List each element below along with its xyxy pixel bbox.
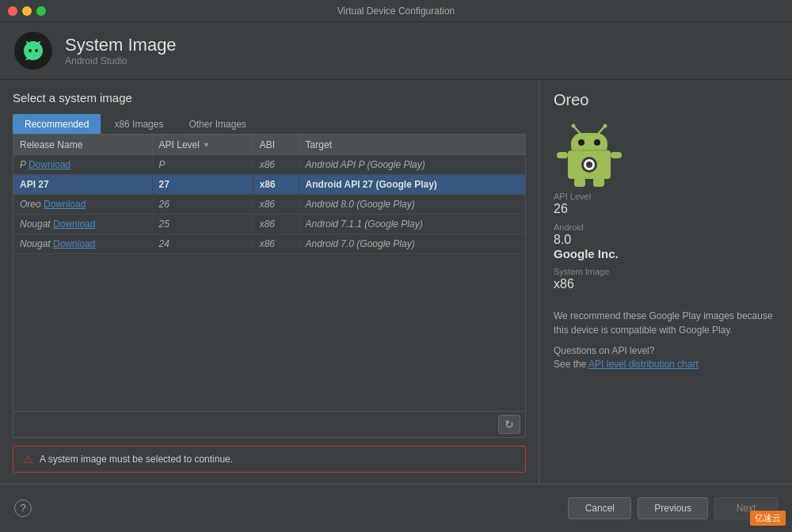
cell-abi: x86 bbox=[253, 215, 299, 234]
col-abi: ABI bbox=[253, 135, 299, 155]
col-api-level[interactable]: API Level ▼ bbox=[152, 135, 253, 155]
download-link[interactable]: Download bbox=[53, 218, 95, 230]
system-image-label: System Image bbox=[554, 267, 778, 276]
download-link[interactable]: Download bbox=[29, 159, 70, 170]
android-label: Android bbox=[554, 222, 778, 232]
logo-icon bbox=[19, 36, 48, 65]
watermark: 亿速云 bbox=[750, 511, 786, 526]
title-bar: Virtual Device Configuration bbox=[0, 0, 792, 22]
publisher-value: Google Inc. bbox=[554, 247, 778, 260]
left-panel: Select a system image Recommended x86 Im… bbox=[0, 80, 539, 484]
maximize-button[interactable] bbox=[36, 6, 46, 16]
system-image-section: System Image x86 bbox=[554, 267, 778, 291]
table-row[interactable]: Nougat Download25x86Android 7.1.1 (Googl… bbox=[13, 215, 525, 234]
cell-api-level: 27 bbox=[152, 175, 253, 195]
image-title: Oreo bbox=[554, 91, 778, 109]
dialog-title: System Image bbox=[65, 35, 177, 55]
cell-target: Android API P (Google Play) bbox=[299, 155, 525, 175]
right-panel: Oreo bbox=[539, 80, 792, 484]
system-image-value: x86 bbox=[554, 277, 778, 291]
svg-point-10 bbox=[572, 124, 576, 128]
tab-x86-images[interactable]: x86 Images bbox=[102, 114, 175, 134]
col-release-name: Release Name bbox=[13, 135, 152, 155]
svg-rect-16 bbox=[593, 177, 604, 187]
cell-target: Android 7.0 (Google Play) bbox=[299, 234, 525, 254]
android-version-value: 8.0 bbox=[554, 233, 778, 247]
svg-point-8 bbox=[594, 139, 600, 146]
cell-abi: x86 bbox=[253, 155, 299, 175]
svg-rect-15 bbox=[574, 177, 585, 187]
sort-arrow-icon: ▼ bbox=[203, 141, 210, 149]
table-row[interactable]: API 2727x86Android API 27 (Google Play) bbox=[13, 175, 525, 195]
tab-bar: Recommended x86 Images Other Images bbox=[13, 114, 526, 135]
cell-abi: x86 bbox=[253, 234, 299, 254]
download-link[interactable]: Download bbox=[44, 199, 86, 210]
system-image-table: Release Name API Level ▼ ABI Tar bbox=[13, 135, 526, 412]
cell-abi: x86 bbox=[253, 175, 299, 195]
svg-rect-13 bbox=[557, 152, 568, 158]
cell-target: Android 7.1.1 (Google Play) bbox=[299, 215, 525, 234]
svg-rect-14 bbox=[611, 152, 622, 158]
android-robot bbox=[554, 120, 625, 192]
cell-release-name: P Download bbox=[13, 155, 152, 175]
error-message-box: ⚠ A system image must be selected to con… bbox=[13, 446, 526, 473]
window-title: Virtual Device Configuration bbox=[337, 6, 455, 17]
cell-abi: x86 bbox=[253, 195, 299, 215]
close-button[interactable] bbox=[8, 6, 17, 16]
chart-prefix-text: See the bbox=[554, 359, 588, 370]
col-target: Target bbox=[299, 135, 525, 155]
oreo-robot-icon bbox=[554, 120, 625, 192]
recommendation-description: We recommend these Google Play images be… bbox=[554, 309, 778, 337]
download-link[interactable]: Download bbox=[53, 238, 95, 249]
bottom-bar: ? Cancel Previous Next bbox=[0, 484, 792, 531]
dialog-subtitle: Android Studio bbox=[65, 55, 177, 66]
android-studio-logo bbox=[14, 32, 52, 70]
table-row[interactable]: Nougat Download24x86Android 7.0 (Google … bbox=[13, 234, 525, 254]
api-distribution-chart-link[interactable]: API level distribution chart bbox=[588, 359, 699, 370]
cell-target: Android API 27 (Google Play) bbox=[299, 175, 525, 195]
cell-release-name: Oreo Download bbox=[13, 195, 152, 215]
table-header-row: Release Name API Level ▼ ABI Tar bbox=[13, 135, 525, 155]
cancel-button[interactable]: Cancel bbox=[568, 497, 631, 519]
help-button[interactable]: ? bbox=[14, 500, 32, 517]
svg-point-1 bbox=[29, 49, 32, 52]
table-row[interactable]: Oreo Download26x86Android 8.0 (Google Pl… bbox=[13, 195, 525, 215]
refresh-button[interactable]: ↻ bbox=[498, 415, 520, 434]
tab-recommended[interactable]: Recommended bbox=[13, 114, 101, 134]
tab-other-images[interactable]: Other Images bbox=[177, 114, 258, 134]
minimize-button[interactable] bbox=[22, 6, 32, 16]
section-title: Select a system image bbox=[13, 91, 526, 104]
dialog-header: System Image Android Studio bbox=[0, 22, 792, 80]
navigation-buttons: Cancel Previous Next bbox=[568, 497, 778, 519]
chart-link-row: See the API level distribution chart bbox=[554, 358, 778, 370]
cell-api-level: P bbox=[152, 155, 253, 175]
main-content: Select a system image Recommended x86 Im… bbox=[0, 80, 792, 484]
cell-api-level: 26 bbox=[152, 195, 253, 215]
svg-point-19 bbox=[586, 162, 592, 168]
questions-label: Questions on API level? bbox=[554, 345, 778, 356]
api-level-label: API Level bbox=[554, 192, 778, 201]
cell-api-level: 24 bbox=[152, 234, 253, 254]
cell-release-name: API 27 bbox=[13, 175, 152, 195]
svg-point-2 bbox=[35, 49, 38, 52]
previous-button[interactable]: Previous bbox=[638, 497, 708, 519]
api-level-section: API Level 26 bbox=[554, 192, 778, 216]
table-footer: ↻ bbox=[13, 412, 526, 438]
table-row[interactable]: P DownloadPx86Android API P (Google Play… bbox=[13, 155, 525, 175]
svg-rect-6 bbox=[571, 133, 607, 157]
header-text-block: System Image Android Studio bbox=[65, 35, 177, 66]
cell-release-name: Nougat Download bbox=[13, 234, 152, 254]
cell-release-name: Nougat Download bbox=[13, 215, 152, 234]
cell-target: Android 8.0 (Google Play) bbox=[299, 195, 525, 215]
window-controls[interactable] bbox=[8, 6, 46, 16]
api-level-value: 26 bbox=[554, 202, 778, 216]
error-text: A system image must be selected to conti… bbox=[40, 454, 233, 465]
error-icon: ⚠ bbox=[23, 453, 33, 466]
android-version-section: Android 8.0 Google Inc. bbox=[554, 222, 778, 260]
svg-point-12 bbox=[604, 124, 607, 128]
svg-point-7 bbox=[578, 139, 584, 146]
cell-api-level: 25 bbox=[152, 215, 253, 234]
